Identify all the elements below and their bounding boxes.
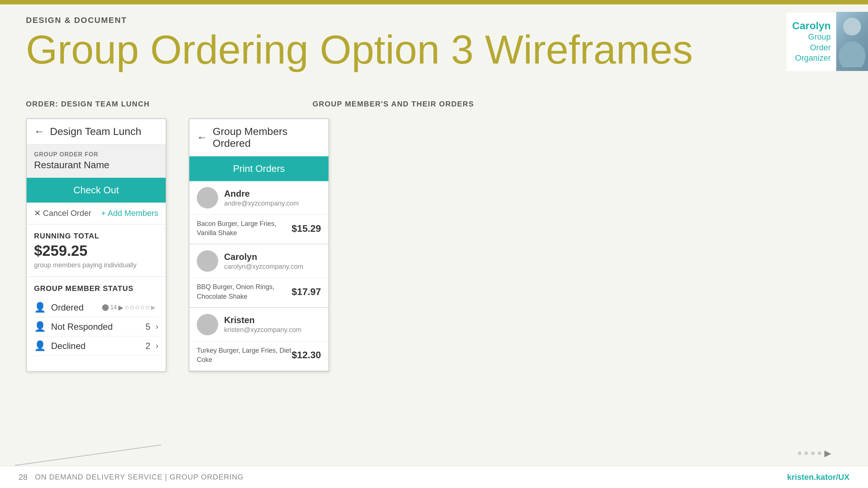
phone2-order-items-andre: Bacon Burger, Large Fries, Vanilla Shake [197,219,291,238]
phone1-group-status-section: GROUP MEMBER STATUS 👤 Ordered 14 ▶ ▶ [27,277,166,363]
phone2-avatar-kristen [197,314,218,335]
progress-dot-outline-5 [146,306,149,309]
phone2-member-info-andre: Andre andre@xyzcompany.com [224,189,321,207]
wireframes-container: ← Design Team Lunch GROUP ORDER FOR Rest… [26,118,329,372]
phone2-member-row-carolyn: Carolyn carolyn@xyzcompany.com [189,244,328,278]
phone1-running-total-amount: $259.25 [34,243,158,259]
left-section-label: ORDER: DESIGN TEAM LUNCH [26,100,150,108]
phone1-action-row: ✕ Cancel Order + Add Members [27,203,166,224]
phone1-header: ← Design Team Lunch [27,119,166,145]
footer-brand-highlight: UX [838,472,850,482]
progress-count: 14 [110,304,117,311]
nav-dots: ▶ [798,448,831,458]
persona-box: Carolyn Group Order Organizer [787,4,868,71]
right-section-label: GROUP MEMBER'S AND THEIR ORDERS [313,100,474,108]
phone1-back-arrow[interactable]: ← [34,126,44,138]
nav-dot-2 [804,451,808,455]
phone-frame-1: ← Design Team Lunch GROUP ORDER FOR Rest… [26,118,166,372]
phone1-group-order-section: GROUP ORDER FOR Restaurant Name [27,145,166,178]
phone2-member-name-andre: Andre [224,189,321,199]
persona-photo [836,12,868,71]
phone2-member-info-carolyn: Carolyn carolyn@xyzcompany.com [224,252,321,271]
phone2-member-email-kristen: kristen@xyzcompany.com [224,326,321,334]
phone1-title: Design Team Lunch [50,126,141,138]
diagonal-decoration [15,444,161,466]
phone2-order-items-carolyn: BBQ Burger, Onion Rings, Chocolate Shake [197,282,291,301]
phone2-member-email-andre: andre@xyzcompany.com [224,200,321,207]
header: DESIGN & DOCUMENT Group Ordering Option … [26,4,868,79]
phone2-order-price-kristen: $12.30 [291,349,321,361]
footer: 28 ON DEMAND DELIVERY SERVICE | GROUP OR… [0,466,868,488]
phone2-order-price-andre: $15.29 [291,223,321,234]
persona-text: Carolyn Group Order Organizer [787,13,836,71]
phone1-status-declined-label: Declined [51,341,140,351]
phone1-declined-count: 2 [145,341,150,351]
main-title: Group Ordering Option 3 Wireframes [26,27,868,72]
phone2-order-row-andre: Bacon Burger, Large Fries, Vanilla Shake… [189,215,328,244]
persona-name: Carolyn [792,20,831,32]
progress-dot-outline-2 [130,306,134,309]
progress-arrow-faded-icon: ▶ [151,304,155,311]
page-number: 28 [18,472,27,482]
phone-frame-2: ← Group Members Ordered Print Orders And… [189,118,329,372]
phone1-not-responded-chevron[interactable]: › [156,322,158,332]
person-declined-icon: 👤 [34,340,46,352]
phone2-member-email-carolyn: carolyn@xyzcompany.com [224,263,321,271]
phone1-running-total-note: group members paying individually [34,261,158,269]
phone2-back-arrow[interactable]: ← [197,132,207,143]
svg-point-0 [843,18,861,35]
nav-dot-3 [811,451,815,455]
phone1-checkout-btn[interactable]: Check Out [27,178,166,203]
phone1-group-status-label: GROUP MEMBER STATUS [34,284,158,293]
person-teal-icon: 👤 [34,302,46,313]
phone2-title: Group Members Ordered [213,126,321,149]
phone2-order-price-carolyn: $17.97 [291,286,321,298]
phone1-not-responded-count: 5 [145,322,150,332]
phone1-running-total-label: RUNNING TOTAL [34,232,158,240]
section-labels: ORDER: DESIGN TEAM LUNCH GROUP MEMBER'S … [26,100,474,108]
progress-dot-outline-1 [125,306,129,309]
phone2-avatar-andre [197,187,218,209]
phone1-status-not-responded-label: Not Responded [51,322,140,332]
phone2-print-orders-btn[interactable]: Print Orders [189,156,328,181]
persona-role: Group Order Organizer [792,32,831,64]
phone1-running-total-section: RUNNING TOTAL $259.25 group members payi… [27,224,166,277]
phone1-restaurant-name: Restaurant Name [34,159,158,171]
footer-left: 28 ON DEMAND DELIVERY SERVICE | GROUP OR… [18,472,244,482]
phone1-cancel-link[interactable]: ✕ Cancel Order [34,209,91,218]
phone2-avatar-carolyn [197,250,218,272]
footer-brand-text: kristen.kator/ [787,472,838,482]
person-silhouette-icon [837,16,867,67]
phone2-member-name-carolyn: Carolyn [224,252,321,262]
svg-point-1 [839,41,865,67]
nav-dot-4 [818,451,821,455]
progress-arrow-icon: ▶ [118,304,124,312]
progress-dot-outline-3 [135,306,139,309]
phone2-header: ← Group Members Ordered [189,119,328,156]
ordered-progress: 14 ▶ ▶ [102,304,155,312]
phone1-status-ordered-label: Ordered [51,302,97,313]
top-accent-bar [0,0,868,4]
phone2-order-items-kristen: Turkey Burger, Large Fries, Diet Coke [197,346,291,365]
phone2-order-row-kristen: Turkey Burger, Large Fries, Diet Coke $1… [189,342,328,371]
phone1-status-not-responded-row[interactable]: 👤 Not Responded 5 › [34,317,158,336]
phone1-status-declined-row[interactable]: 👤 Declined 2 › [34,336,158,356]
phone2-member-name-kristen: Kristen [224,315,321,325]
persona-photo-inner [836,12,868,71]
phone1-status-ordered-row[interactable]: 👤 Ordered 14 ▶ ▶ [34,298,158,317]
footer-text: ON DEMAND DELIVERY SERVICE | GROUP ORDER… [35,473,244,481]
person-gray-icon: 👤 [34,321,46,332]
phone1-add-members-link[interactable]: + Add Members [101,209,158,218]
design-document-label: DESIGN & DOCUMENT [26,16,868,25]
phone2-member-row-andre: Andre andre@xyzcompany.com [189,181,328,215]
phone2-order-row-carolyn: BBQ Burger, Onion Rings, Chocolate Shake… [189,278,328,308]
progress-dot-filled [102,304,109,311]
phone1-declined-chevron[interactable]: › [156,341,158,351]
phone2-member-info-kristen: Kristen kristen@xyzcompany.com [224,315,321,334]
nav-dot-1 [798,451,801,455]
progress-dot-outline-4 [141,306,144,309]
phone2-member-row-kristen: Kristen kristen@xyzcompany.com [189,308,328,342]
nav-arrow-icon[interactable]: ▶ [824,448,831,458]
footer-brand: kristen.kator/UX [787,472,850,482]
phone1-group-order-label: GROUP ORDER FOR [34,151,158,158]
